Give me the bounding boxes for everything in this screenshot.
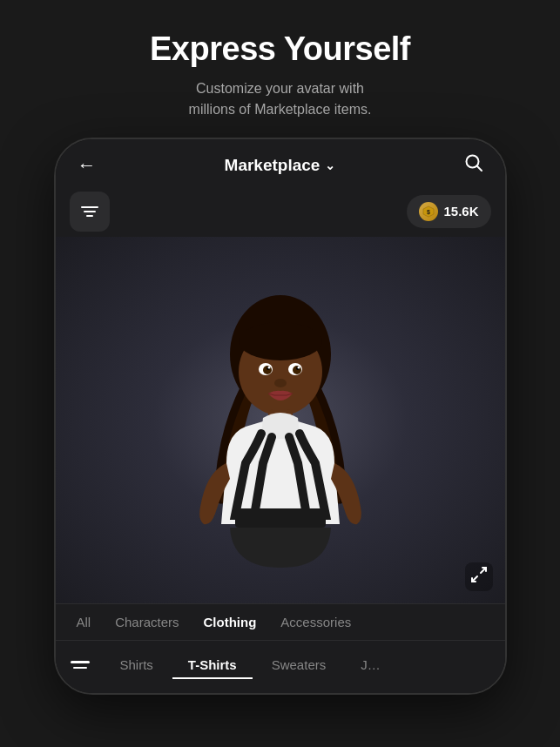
search-button[interactable] (460, 153, 488, 178)
sub-filter-button[interactable] (64, 649, 96, 681)
avatar-area (56, 237, 505, 603)
sub-tab-shirts[interactable]: Shirts (105, 650, 169, 679)
filter-line-1 (71, 661, 90, 663)
marketplace-title-text: Marketplace (225, 156, 320, 175)
back-button[interactable]: ← (73, 154, 101, 177)
sub-tab-tshirts[interactable]: T-Shirts (172, 650, 253, 679)
filter-button[interactable] (70, 192, 110, 232)
filter-currency-row: $ 15.6K (56, 186, 505, 237)
sub-tab-sweaters[interactable]: Sweaters (256, 650, 342, 679)
category-tabs: All Characters Clothing Accessories (56, 603, 505, 640)
robux-icon: $ (419, 202, 438, 221)
cat-tab-characters[interactable]: Characters (103, 604, 191, 640)
top-bar: ← Marketplace ⌄ (56, 139, 505, 186)
filter-icon (81, 204, 98, 219)
phone-content: ← Marketplace ⌄ (56, 139, 505, 693)
cat-tab-all[interactable]: All (64, 604, 104, 640)
avatar-display (159, 272, 402, 568)
marketplace-title-area[interactable]: Marketplace ⌄ (225, 156, 336, 175)
sub-category-tabs: Shirts T-Shirts Sweaters J… (56, 640, 505, 693)
hero-title: Express Yourself (17, 31, 543, 68)
sub-tab-more[interactable]: J… (345, 650, 396, 679)
svg-point-17 (297, 367, 300, 369)
svg-point-18 (274, 379, 287, 387)
svg-line-1 (476, 165, 482, 171)
chevron-down-icon: ⌄ (325, 158, 335, 172)
svg-point-9 (239, 322, 322, 360)
expand-button[interactable] (465, 562, 493, 591)
filter-line-2 (73, 667, 87, 670)
currency-badge[interactable]: $ 15.6K (407, 195, 490, 228)
svg-text:$: $ (428, 209, 431, 216)
cat-tab-accessories[interactable]: Accessories (268, 604, 363, 640)
hero-subtitle: Customize your avatar withmillions of Ma… (17, 78, 543, 120)
svg-rect-20 (235, 508, 326, 528)
currency-amount: 15.6K (443, 204, 478, 219)
hero-section: Express Yourself Customize your avatar w… (0, 0, 560, 138)
phone-frame: ← Marketplace ⌄ (54, 138, 507, 695)
cat-tab-clothing[interactable]: Clothing (192, 604, 269, 640)
svg-point-16 (267, 367, 270, 369)
